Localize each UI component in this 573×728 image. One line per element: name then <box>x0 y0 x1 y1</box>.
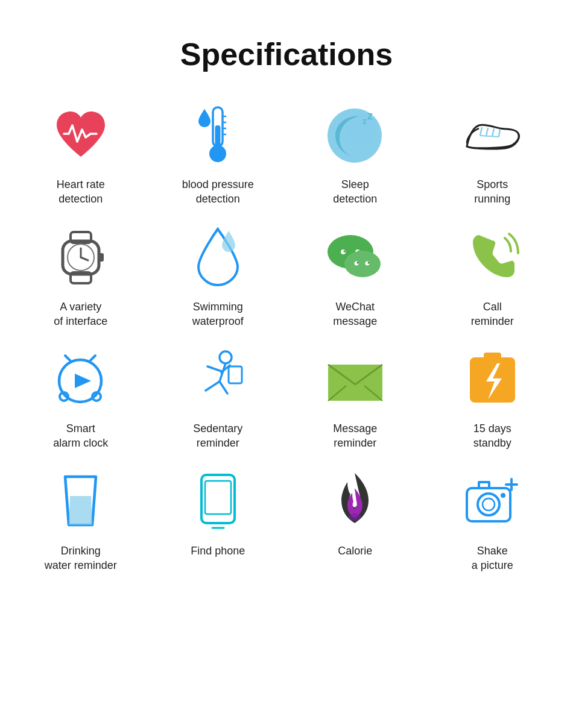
svg-line-38 <box>89 356 95 362</box>
svg-line-44 <box>206 381 220 391</box>
specs-grid: Heart ratedetection blood pressuredetect… <box>15 102 558 573</box>
find-phone-icon <box>185 469 251 535</box>
heart-rate-icon <box>48 102 114 169</box>
sedentary-icon <box>185 347 251 413</box>
svg-point-58 <box>349 513 361 521</box>
message-reminder-icon <box>322 347 388 413</box>
item-drinking-water: Drinkingwater reminder <box>15 469 147 573</box>
15days-label: 15 daysstandby <box>473 421 511 451</box>
wechat-label: WeChatmessage <box>333 300 377 329</box>
shake-picture-icon <box>459 469 525 535</box>
heart-rate-label: Heart ratedetection <box>57 177 105 207</box>
call-reminder-icon <box>459 225 525 291</box>
call-reminder-label: Callreminder <box>471 300 514 329</box>
item-blood-pressure: blood pressuredetection <box>153 102 284 207</box>
svg-rect-51 <box>484 353 501 360</box>
item-find-phone: Find phone <box>153 469 284 573</box>
svg-point-29 <box>344 251 381 277</box>
svg-point-2 <box>209 145 226 162</box>
item-heart-rate: Heart ratedetection <box>15 102 147 207</box>
shake-picture-label: Shakea picture <box>472 544 513 573</box>
message-reminder-label: Messagereminder <box>333 421 377 451</box>
item-sports-running: Sportsrunning <box>427 102 559 207</box>
svg-line-37 <box>65 356 71 362</box>
blood-pressure-icon <box>185 102 251 169</box>
svg-point-62 <box>501 493 505 498</box>
item-swimming: Swimmingwaterproof <box>153 225 284 329</box>
item-wechat: WeChatmessage <box>290 225 421 329</box>
variety-interface-label: A varietyof interface <box>54 300 107 329</box>
svg-rect-23 <box>99 253 104 262</box>
sports-running-icon <box>459 102 525 169</box>
sleep-icon: z z <box>322 102 388 169</box>
svg-text:z: z <box>362 116 367 126</box>
item-sleep: z z Sleepdetection <box>290 102 421 207</box>
smart-alarm-label: Smartalarm clock <box>53 421 108 451</box>
svg-text:z: z <box>367 110 373 122</box>
svg-point-27 <box>344 251 346 253</box>
item-15days: 15 daysstandby <box>427 347 559 451</box>
svg-point-33 <box>368 262 370 264</box>
item-calorie: Calorie <box>290 469 421 573</box>
15days-icon <box>459 347 525 413</box>
smart-alarm-icon <box>48 347 114 413</box>
svg-rect-54 <box>201 475 235 523</box>
item-sedentary: Sedentaryreminder <box>153 347 284 451</box>
sedentary-label: Sedentaryreminder <box>193 421 242 451</box>
svg-line-22 <box>81 257 88 260</box>
calorie-label: Calorie <box>338 544 372 558</box>
swimming-icon <box>185 225 251 291</box>
svg-rect-1 <box>215 125 221 148</box>
svg-point-60 <box>478 494 499 515</box>
svg-point-40 <box>220 351 232 363</box>
variety-interface-icon <box>48 225 114 291</box>
item-shake-picture: Shakea picture <box>427 469 559 573</box>
item-variety-interface: A varietyof interface <box>15 225 147 329</box>
page-title: Specifications <box>180 36 393 72</box>
item-call-reminder: Callreminder <box>427 225 559 329</box>
svg-line-42 <box>207 366 221 371</box>
svg-rect-46 <box>229 366 242 383</box>
sports-running-label: Sportsrunning <box>474 177 510 207</box>
blood-pressure-label: blood pressuredetection <box>182 177 254 207</box>
item-message-reminder: Messagereminder <box>290 347 421 451</box>
drinking-water-icon <box>48 469 114 535</box>
svg-point-32 <box>357 262 359 264</box>
svg-line-45 <box>220 381 227 394</box>
wechat-icon <box>322 225 388 291</box>
item-smart-alarm: Smartalarm clock <box>15 347 147 451</box>
svg-marker-39 <box>75 374 91 388</box>
sleep-label: Sleepdetection <box>333 177 377 207</box>
swimming-label: Swimmingwaterproof <box>192 300 244 329</box>
find-phone-label: Find phone <box>191 544 245 558</box>
svg-point-61 <box>483 498 495 510</box>
calorie-icon <box>322 469 388 535</box>
drinking-water-label: Drinkingwater reminder <box>45 544 117 573</box>
svg-rect-55 <box>205 481 231 514</box>
